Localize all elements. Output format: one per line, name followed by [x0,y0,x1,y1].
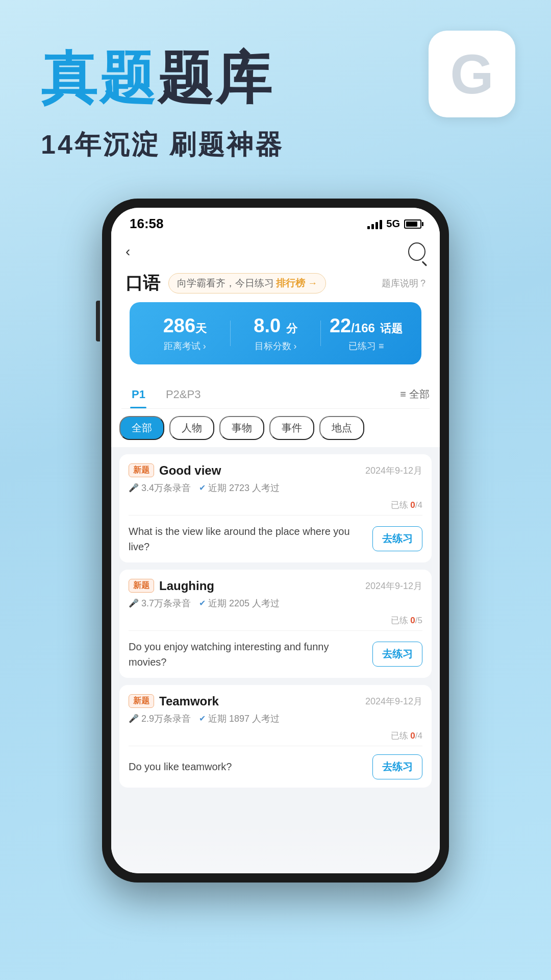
topic-title-good-view: Good view [159,463,221,478]
stats-wrapper: 286天 距离考试 › 8.0 分 目标分数 › [111,302,440,381]
signal-bar-2 [371,224,374,229]
topic-left-laughing: 新题 Laughing [129,579,214,593]
stat-topics-label: 已练习 ≡ [321,340,411,352]
logo-char: G [450,46,494,102]
category-row: 全部 人物 事物 事件 地点 [111,409,440,447]
phone-wrapper: 16:58 5G [0,199,551,883]
subtitle: 14年沉淀 刷题神器 [41,127,510,163]
recordings-count-l: 3.7万条录音 [141,597,191,609]
category-events[interactable]: 事件 [269,416,314,440]
category-people[interactable]: 人物 [169,416,214,440]
topic-meta-good-view: 🎤 3.4万条录音 ✔ 近期 2723 人考过 [129,482,422,494]
progress-done-l: 0 [410,616,415,625]
recent-count-l: 近期 2205 人考过 [208,597,280,609]
back-button[interactable]: ‹ [126,243,130,260]
new-badge-teamwork: 新题 [129,694,154,708]
topic-card-teamwork: 新题 Teamwork 2024年9-12月 🎤 2.9万条录音 ✔ [119,685,432,788]
question-text-teamwork: Do you like teamwork? [129,759,365,774]
progress-teamwork: 已练 0/4 [129,730,422,742]
recordings-count: 3.4万条录音 [141,482,191,494]
recordings-count-t: 2.9万条录音 [141,713,191,725]
question-preview-good-view: What is the view like around the place w… [129,515,422,562]
phone-mockup: 16:58 5G [102,199,449,883]
check-icon-t: ✔ [199,714,206,723]
check-icon-l: ✔ [199,598,206,608]
status-bar: 16:58 5G [111,208,440,236]
category-places[interactable]: 地点 [319,416,364,440]
stat-score-number: 8.0 分 [231,314,321,338]
signal-bar-1 [367,226,370,229]
filter-icon: ≡ [400,388,406,400]
topic-left-teamwork: 新题 Teamwork [129,694,219,708]
page-title: 口语 [126,272,160,295]
mic-icon: 🎤 [129,483,139,493]
category-things[interactable]: 事物 [219,416,264,440]
topic-card-good-view: 新题 Good view 2024年9-12月 🎤 3.4万条录音 ✔ [119,454,432,562]
stat-score-label: 目标分数 › [231,340,321,352]
recent-count: 近期 2723 人考过 [208,482,280,494]
ranking-banner[interactable]: 向学霸看齐，今日练习 排行榜 → [168,273,326,293]
mic-icon-l: 🎤 [129,598,139,608]
nav-bar: ‹ [111,236,440,267]
content-area: 新题 Good view 2024年9-12月 🎤 3.4万条录音 ✔ [111,447,440,873]
topic-header-good-view: 新题 Good view 2024年9-12月 [129,463,422,478]
ranking-link[interactable]: 排行榜 → [276,277,317,290]
topic-header-teamwork: 新题 Teamwork 2024年9-12月 [129,694,422,708]
progress-good-view: 已练 0/4 [129,499,422,511]
progress-done-gv: 0 [410,500,415,510]
topic-title-laughing: Laughing [159,579,214,593]
topic-card-laughing: 新题 Laughing 2024年9-12月 🎤 3.7万条录音 ✔ [119,570,432,678]
help-text: 题库说明 [382,277,418,289]
battery-icon [404,219,421,229]
tab-p1[interactable]: P1 [121,381,156,408]
help-button[interactable]: 题库说明 ? [382,277,425,289]
category-all[interactable]: 全部 [119,416,164,440]
signal-bars-icon [367,219,382,229]
topic-date-good-view: 2024年9-12月 [365,464,422,477]
title-blue: 真题 [41,41,157,117]
search-button[interactable] [408,243,425,260]
network-type: 5G [386,218,400,230]
topic-date-laughing: 2024年9-12月 [365,580,422,592]
practice-button-laughing[interactable]: 去练习 [372,642,422,667]
question-text-laughing: Do you enjoy watching interesting and fu… [129,639,365,670]
recent-count-t: 近期 1897 人考过 [208,713,280,725]
status-icons: 5G [367,218,421,230]
question-preview-teamwork: Do you like teamwork? 去练习 [129,746,422,788]
banner-text: 向学霸看齐，今日练习 [177,277,274,290]
new-badge-good-view: 新题 [129,463,154,477]
signal-bar-4 [380,220,382,229]
tab-row: P1 P2&P3 ≡ 全部 [121,381,430,409]
stats-card: 286天 距离考试 › 8.0 分 目标分数 › [130,302,421,364]
practice-button-good-view[interactable]: 去练习 [372,526,422,551]
signal-bar-3 [375,222,378,229]
topic-left-good-view: 新题 Good view [129,463,221,478]
filter-label: 全部 [409,387,430,401]
topic-title-teamwork: Teamwork [159,694,219,708]
check-icon: ✔ [199,483,206,493]
tabs-container: P1 P2&P3 ≡ 全部 [111,381,440,409]
tab-p2p3[interactable]: P2&P3 [156,381,211,408]
help-icon: ? [420,278,425,289]
page-header: 口语 向学霸看齐，今日练习 排行榜 → 题库说明 ? [111,267,440,302]
topic-date-teamwork: 2024年9-12月 [365,695,422,707]
battery-fill [406,222,417,227]
practice-button-teamwork[interactable]: 去练习 [372,754,422,779]
stat-days[interactable]: 286天 距离考试 › [140,314,230,352]
stat-score[interactable]: 8.0 分 目标分数 › [231,314,321,352]
status-time: 16:58 [130,216,164,232]
mic-icon-t: 🎤 [129,714,139,723]
app-logo: G [429,31,515,117]
question-preview-laughing: Do you enjoy watching interesting and fu… [129,630,422,678]
recordings-laughing: 🎤 3.7万条录音 [129,597,191,609]
filter-button[interactable]: ≡ 全部 [400,387,430,401]
search-icon [408,242,425,261]
stat-days-label: 距离考试 › [140,340,230,352]
question-text-good-view: What is the view like around the place w… [129,524,365,554]
recordings-teamwork: 🎤 2.9万条录音 [129,713,191,725]
stat-topics[interactable]: 22/166 话题 已练习 ≡ [321,314,411,352]
recordings-good-view: 🎤 3.4万条录音 [129,482,191,494]
stat-topics-number: 22/166 话题 [321,314,411,338]
topic-meta-teamwork: 🎤 2.9万条录音 ✔ 近期 1897 人考过 [129,713,422,725]
recent-teamwork: ✔ 近期 1897 人考过 [199,713,280,725]
